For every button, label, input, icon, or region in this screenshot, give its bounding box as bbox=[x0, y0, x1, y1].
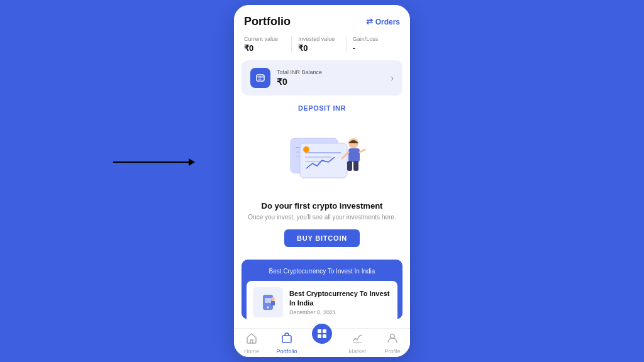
nav-home-label: Home bbox=[244, 348, 259, 354]
nav-profile-label: Profile bbox=[384, 348, 401, 354]
article-date: December 8, 2021 bbox=[289, 309, 391, 315]
invested-value-label: Invested value bbox=[298, 36, 345, 42]
svg-rect-11 bbox=[348, 148, 360, 162]
orders-label: Orders bbox=[375, 18, 400, 26]
center-nav-icon bbox=[312, 324, 332, 344]
svg-rect-24 bbox=[323, 329, 326, 333]
empty-state-title: Do your first crypto investment bbox=[262, 201, 383, 211]
empty-state-subtitle: Once you invest, you'll see all your inv… bbox=[248, 213, 396, 222]
svg-rect-22 bbox=[282, 336, 291, 343]
inr-balance-label: Total INR Balance bbox=[277, 69, 322, 75]
svg-rect-0 bbox=[257, 75, 264, 81]
stats-row: Current value ₹0 Invested value ₹0 Gain/… bbox=[234, 33, 410, 60]
phone-content: Portfolio ⇄ Orders Current value ₹0 Inve… bbox=[234, 5, 410, 328]
nav-profile[interactable]: Profile bbox=[375, 332, 410, 354]
inr-balance-card[interactable]: Total INR Balance ₹0 › bbox=[242, 60, 402, 96]
market-icon bbox=[352, 332, 363, 347]
svg-rect-23 bbox=[318, 329, 321, 333]
svg-rect-13 bbox=[353, 161, 358, 171]
svg-point-9 bbox=[303, 146, 309, 153]
inr-balance-icon bbox=[250, 68, 270, 88]
invested-value-stat: Invested value ₹0 bbox=[291, 36, 345, 53]
article-card-header-text: Best Cryptocurrency To Invest In India bbox=[269, 268, 375, 275]
pointer-arrow bbox=[113, 158, 195, 166]
orders-link[interactable]: ⇄ Orders bbox=[366, 17, 400, 26]
article-title: Best Cryptocurrency To Invest In India bbox=[289, 289, 391, 307]
current-value-stat: Current value ₹0 bbox=[244, 36, 291, 53]
svg-point-20 bbox=[271, 297, 275, 301]
current-value-label: Current value bbox=[244, 36, 291, 42]
nav-home[interactable]: Home bbox=[234, 332, 269, 354]
nav-portfolio-label: Portfolio bbox=[276, 348, 297, 354]
orders-icon: ⇄ bbox=[366, 17, 373, 26]
buy-bitcoin-button[interactable]: BUY BITCOIN bbox=[284, 229, 360, 247]
gain-loss-value: - bbox=[353, 43, 400, 53]
bottom-navigation: Home Portfolio bbox=[234, 328, 410, 357]
deposit-btn-container: DEPOSIT INR bbox=[234, 96, 410, 119]
crypto-illustration bbox=[272, 126, 372, 195]
phone-frame: Portfolio ⇄ Orders Current value ₹0 Inve… bbox=[234, 5, 410, 357]
gain-loss-label: Gain/Loss bbox=[353, 36, 400, 42]
gain-loss-stat: Gain/Loss - bbox=[346, 36, 400, 53]
svg-rect-26 bbox=[323, 334, 326, 338]
inr-chevron-icon: › bbox=[391, 73, 394, 83]
svg-rect-19 bbox=[265, 298, 271, 303]
article-card-body: Best Cryptocurrency To Invest In India D… bbox=[247, 281, 397, 319]
nav-portfolio[interactable]: Portfolio bbox=[269, 332, 304, 354]
illustration-area: Do your first crypto investment Once you… bbox=[234, 119, 410, 260]
svg-point-18 bbox=[267, 307, 269, 309]
profile-icon bbox=[387, 332, 398, 347]
portfolio-icon bbox=[281, 332, 292, 347]
nav-center[interactable] bbox=[304, 332, 340, 354]
article-card[interactable]: Best Cryptocurrency To Invest In India bbox=[242, 260, 402, 319]
svg-rect-25 bbox=[318, 334, 321, 338]
article-card-header: Best Cryptocurrency To Invest In India bbox=[242, 260, 402, 281]
svg-line-15 bbox=[360, 150, 365, 152]
svg-rect-21 bbox=[271, 301, 275, 305]
page-title: Portfolio bbox=[244, 15, 291, 28]
app-header: Portfolio ⇄ Orders bbox=[234, 5, 410, 33]
deposit-inr-button[interactable]: DEPOSIT INR bbox=[298, 104, 346, 112]
svg-rect-12 bbox=[347, 161, 352, 171]
current-value: ₹0 bbox=[244, 43, 291, 53]
nav-market[interactable]: Market bbox=[340, 332, 375, 354]
nav-market-label: Market bbox=[348, 348, 366, 354]
inr-balance-amount: ₹0 bbox=[277, 77, 322, 87]
invested-value: ₹0 bbox=[298, 43, 345, 53]
home-icon bbox=[246, 332, 257, 347]
article-thumbnail bbox=[253, 287, 283, 317]
